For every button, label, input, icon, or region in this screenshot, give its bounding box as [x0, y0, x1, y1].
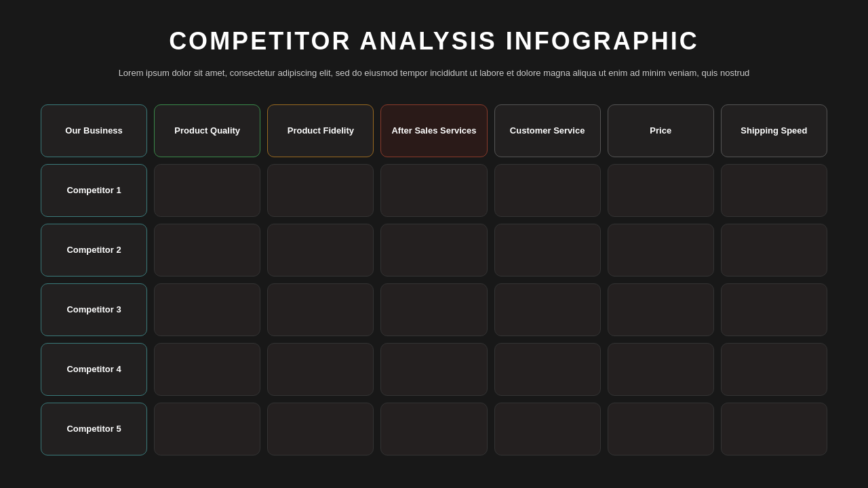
competitor-5-label: Competitor 5	[41, 403, 147, 455]
header-product-fidelity: Product Fidelity	[267, 104, 374, 157]
competitor-2-product-quality	[154, 224, 260, 277]
competitor-2-label: Competitor 2	[41, 224, 147, 277]
comparison-grid: Our Business Product Quality Product Fid…	[41, 104, 827, 455]
competitor-5-customer-service	[494, 403, 601, 455]
competitor-1-label: Competitor 1	[41, 164, 147, 217]
header-our-business: Our Business	[41, 104, 147, 157]
competitor-2-product-fidelity	[267, 224, 374, 277]
competitor-2-price	[608, 224, 714, 277]
competitor-1-customer-service	[494, 164, 601, 217]
competitor-3-customer-service	[494, 283, 601, 336]
page-title: COMPETITOR ANALYSIS INFOGRAPHIC	[41, 27, 827, 56]
header-product-quality: Product Quality	[154, 104, 260, 157]
page-subtitle: Lorem ipsum dolor sit amet, consectetur …	[41, 66, 827, 80]
header-price: Price	[608, 104, 714, 157]
competitor-4-label: Competitor 4	[41, 343, 147, 396]
competitor-4-product-quality	[154, 343, 260, 396]
competitor-3-after-sales	[380, 283, 487, 336]
competitor-2-after-sales	[380, 224, 487, 277]
competitor-3-product-fidelity	[267, 283, 374, 336]
competitor-5-after-sales	[380, 403, 487, 455]
competitor-1-product-quality	[154, 164, 260, 217]
competitor-4-shipping-speed	[721, 343, 827, 396]
competitor-3-price	[608, 283, 714, 336]
competitor-5-product-fidelity	[267, 403, 374, 455]
competitor-2-shipping-speed	[721, 224, 827, 277]
competitor-1-price	[608, 164, 714, 217]
competitor-2-customer-service	[494, 224, 601, 277]
page-container: COMPETITOR ANALYSIS INFOGRAPHIC Lorem ip…	[0, 0, 868, 469]
competitor-5-product-quality	[154, 403, 260, 455]
competitor-3-shipping-speed	[721, 283, 827, 336]
competitor-3-product-quality	[154, 283, 260, 336]
header-shipping-speed: Shipping Speed	[721, 104, 827, 157]
competitor-4-after-sales	[380, 343, 487, 396]
competitor-4-product-fidelity	[267, 343, 374, 396]
header-after-sales: After Sales Services	[380, 104, 487, 157]
competitor-1-after-sales	[380, 164, 487, 217]
competitor-3-label: Competitor 3	[41, 283, 147, 336]
competitor-4-customer-service	[494, 343, 601, 396]
competitor-1-shipping-speed	[721, 164, 827, 217]
competitor-4-price	[608, 343, 714, 396]
competitor-5-shipping-speed	[721, 403, 827, 455]
competitor-1-product-fidelity	[267, 164, 374, 217]
competitor-5-price	[608, 403, 714, 455]
header-customer-service: Customer Service	[494, 104, 601, 157]
